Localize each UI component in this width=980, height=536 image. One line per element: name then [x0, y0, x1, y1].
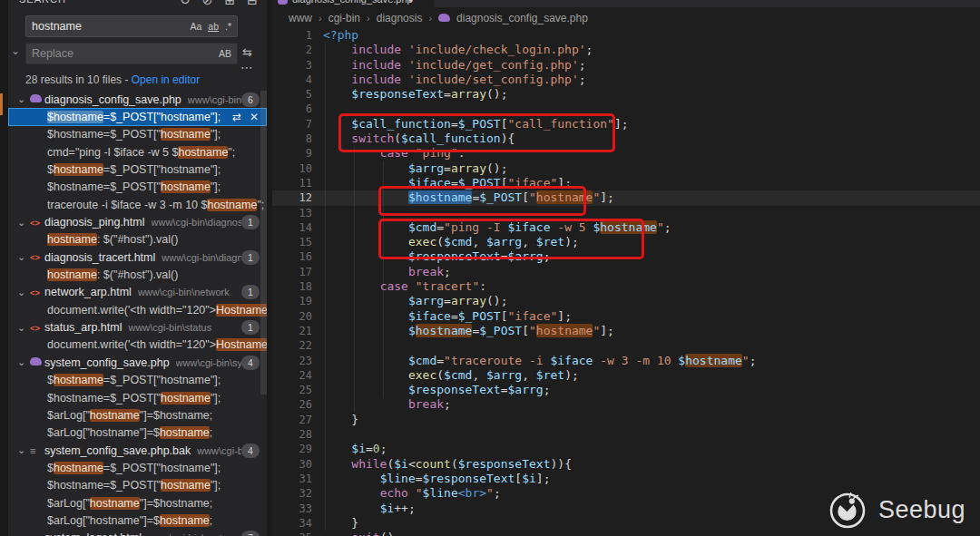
search-result-file-row[interactable]: ⌄<>network_arp.htmlwww\cgi-bin\network1 [8, 284, 267, 301]
line-number: 29 [272, 442, 312, 456]
tab-diagnosis-config-save[interactable]: diagnosis_config_save.php ● [272, 0, 434, 7]
search-result-match-row[interactable]: $hostname=$_POST["hostname"]; [8, 459, 267, 476]
search-result-match-row[interactable]: cmd="ping -I $iface -w 5 $hostname"; [8, 143, 267, 161]
replace-all-button[interactable]: ⇆ [242, 45, 252, 59]
code-text: $responseText=array(); [312, 87, 508, 102]
tab-bar: diagnosis_config_save.php ● [272, 0, 980, 7]
whole-word-icon[interactable]: ab [208, 22, 219, 32]
search-result-match-row[interactable]: $arLog["hostname"]=$hostname; [8, 512, 267, 529]
code-text [312, 338, 323, 353]
match-case-icon[interactable]: Aa [190, 21, 201, 32]
search-result-match-row[interactable]: $hostname=$_POST["hostname"]; [8, 477, 267, 494]
search-result-match-row[interactable]: $arLog["hostname"]=$hostname; [8, 406, 267, 424]
chevron-down-icon[interactable]: ⌄ [17, 287, 30, 298]
match-count-badge: 1 [241, 215, 260, 229]
search-result-match-row[interactable]: hostname: $("#host").val() [8, 231, 267, 249]
code-line: 28 [272, 427, 980, 442]
code-line: 14 $cmd="ping -I $iface -w 5 $hostname"; [272, 220, 980, 235]
line-number: 22 [272, 338, 312, 353]
search-result-match-row[interactable]: hostname: $("#host").val() [8, 266, 267, 283]
search-result-match-row[interactable]: $hostname=$_POST["hostname"];⇄✕ [8, 108, 267, 125]
line-number: 12 [272, 190, 312, 205]
code-text: $responseText=$arrg; [312, 383, 550, 397]
regex-icon[interactable]: .* [225, 21, 231, 32]
code-line: 10 $arrg=array(); [272, 161, 980, 176]
breadcrumb-item-cgi-bin[interactable]: cgi-bin [328, 12, 360, 24]
match-text: document.write('<th width="120">Hostname… [47, 338, 267, 351]
html-file-icon: <> [30, 323, 44, 333]
search-result-match-row[interactable]: $arLog["hostname"]=$hostname; [8, 494, 267, 512]
toggle-replace-chevron-icon[interactable]: ⌄ [11, 44, 20, 57]
breadcrumb-item-file[interactable]: diagnosis_config_save.php [456, 12, 588, 24]
search-panel: SEARCH ↻ ⊘ ⊞ ⊟ hostname Aa ab .* ⌄ Repla… [8, 0, 267, 536]
chevron-down-icon[interactable]: ⌄ [17, 251, 30, 263]
file-name: diagnosis_config_save.php [44, 93, 181, 106]
file-name: diagnosis_tracert.html [44, 251, 155, 264]
search-result-match-row[interactable]: document.write('<th width="120">Hostname… [8, 301, 267, 318]
code-line: 15 exec($cmd, $arrg, $ret); [272, 235, 980, 249]
code-area[interactable]: 1<?php2 include 'include/check_login.php… [272, 28, 980, 536]
search-result-match-row[interactable]: $arLog["hostname"]=$hostname; [8, 424, 267, 442]
editor-group[interactable]: diagnosis_config_save.php ● www › cgi-bi… [272, 0, 980, 536]
search-result-file-row[interactable]: ⌄<>diagnosis_tracert.htmlwww\cgi-bin\dia… [8, 249, 267, 266]
search-result-match-row[interactable]: $hostname=$_POST["hostname"]; [8, 179, 267, 196]
more-actions-icon[interactable]: ⋯ [240, 60, 254, 74]
match-text: $hostname=$_POST["hostname"]; [47, 374, 267, 386]
search-result-match-row[interactable]: $hostname=$_POST["hostname"]; [8, 161, 267, 178]
replace-icon[interactable]: ⇄ [232, 111, 241, 123]
line-number: 24 [272, 368, 312, 383]
file-name: network_arp.html [44, 286, 132, 298]
preserve-case-icon[interactable]: AB [219, 48, 231, 59]
clear-results-icon[interactable]: ⊘ [202, 0, 213, 7]
panel-scrollbar[interactable] [260, 91, 267, 395]
chevron-down-icon[interactable]: ⌄ [17, 532, 30, 536]
search-input[interactable]: hostname Aa ab .* [25, 15, 238, 37]
line-number: 6 [272, 102, 312, 116]
line-number: 10 [272, 161, 312, 176]
search-result-file-row[interactable]: ⌄≡system_config_save.php.bakwww\cgi-bin\… [8, 442, 267, 459]
code-text: $hostname=$_POST["hostname"]; [312, 190, 614, 205]
match-text: $hostname=$_POST["hostname"]; [47, 479, 267, 492]
search-result-match-row[interactable]: $hostname=$_POST["hostname"]; [8, 126, 267, 143]
code-text: $i=0; [312, 442, 387, 456]
code-line: 29 $i=0; [272, 442, 980, 456]
chevron-down-icon[interactable]: ⌄ [17, 444, 30, 456]
chevron-down-icon[interactable]: ⌄ [17, 356, 30, 368]
php-file-icon [438, 14, 450, 22]
modified-dot-icon: ● [408, 0, 413, 5]
search-result-file-row[interactable]: ⌄system_config_save.phpwww\cgi-bin\syst.… [8, 354, 267, 371]
code-line: 1<?php [272, 28, 980, 43]
search-result-match-row[interactable]: $hostname=$_POST["hostname"]; [8, 389, 267, 406]
code-line: 9 case "ping": [272, 146, 980, 161]
code-text: } [312, 413, 358, 427]
search-result-file-row[interactable]: ⌄diagnosis_config_save.phpwww\cgi-bin\di… [8, 91, 267, 108]
match-text: hostname: $("#host").val() [47, 268, 267, 281]
chevron-down-icon[interactable]: ⌄ [17, 322, 30, 334]
breadcrumb-item-www[interactable]: www [289, 12, 312, 24]
seebug-watermark: Seebug [827, 489, 965, 531]
chevron-down-icon[interactable]: ⌄ [17, 217, 30, 229]
search-result-match-row[interactable]: traceroute -i $iface -w 3 -m 10 $hostnam… [8, 196, 267, 213]
chevron-down-icon[interactable]: ⌄ [17, 93, 30, 105]
new-search-editor-icon[interactable]: ⊞ [225, 0, 236, 7]
refresh-icon[interactable]: ↻ [180, 0, 191, 7]
match-highlight: hostname [90, 497, 140, 510]
search-result-file-row[interactable]: ⌄<>status_arp.htmlwww\cgi-bin\status1 [8, 318, 267, 336]
match-text: hostname: $("#host").val() [47, 233, 267, 246]
collapse-all-icon[interactable]: ⊟ [247, 0, 258, 7]
code-text [312, 206, 323, 220]
search-result-file-row[interactable]: ⌄<>system_logset.htmlwww\cgi-bin\system7 [8, 530, 267, 536]
replace-input-placeholder: Replace [32, 47, 212, 60]
match-highlight: hostname [160, 426, 210, 439]
line-number: 14 [272, 220, 312, 235]
breadcrumb-item-diagnosis[interactable]: diagnosis [377, 12, 423, 24]
search-result-match-row[interactable]: document.write('<th width="120">Hostname… [8, 336, 267, 354]
replace-input[interactable]: Replace AB [25, 43, 238, 64]
open-in-editor-link[interactable]: Open in editor [132, 73, 200, 86]
search-result-match-row[interactable]: $hostname=$_POST["hostname"]; [8, 372, 267, 389]
dismiss-icon[interactable]: ✕ [250, 111, 259, 123]
match-text: $hostname=$_POST["hostname"]; [47, 128, 267, 141]
code-text: exec($cmd, $arrg, $ret); [312, 235, 579, 249]
match-count-badge: 1 [241, 285, 260, 299]
search-result-file-row[interactable]: ⌄<>diagnosis_ping.htmlwww\cgi-bin\diagno… [8, 213, 267, 230]
